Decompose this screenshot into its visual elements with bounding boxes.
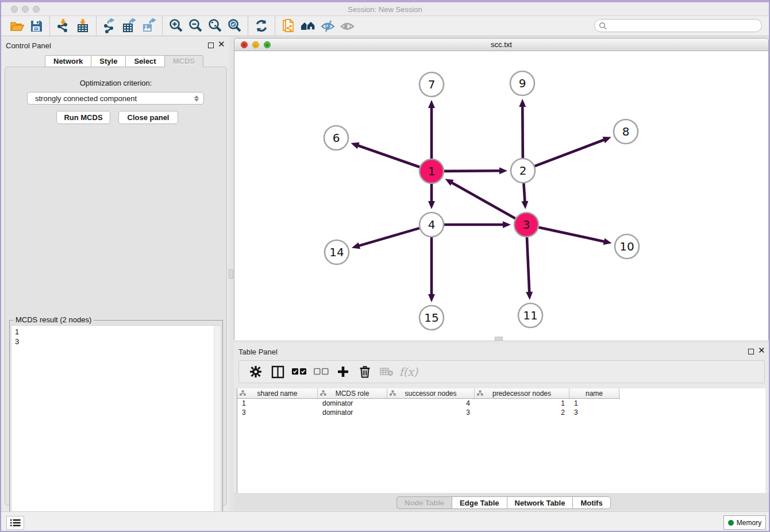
first-neighbors-icon[interactable] — [298, 17, 318, 34]
tab-network-table[interactable]: Network Table — [507, 496, 573, 509]
hide-selected-icon[interactable] — [318, 17, 337, 34]
tab-edge-table[interactable]: Edge Table — [452, 496, 506, 509]
edge-arrowhead — [352, 242, 360, 249]
table-row[interactable]: 3dominator323 — [237, 408, 620, 417]
save-session-icon[interactable] — [26, 17, 46, 34]
float-panel-icon[interactable] — [208, 43, 214, 48]
export-network-icon[interactable] — [100, 17, 120, 34]
close-panel-button[interactable]: Close panel — [118, 111, 178, 124]
edge-2-9[interactable] — [522, 105, 523, 158]
edge-arrowhead — [603, 137, 611, 143]
graph-node-label: 10 — [619, 240, 634, 253]
column-header-name[interactable]: name — [569, 388, 619, 398]
network-window-titlebar[interactable]: ✕ − + scc.txt — [234, 38, 768, 51]
table-cell[interactable]: 3 — [387, 408, 475, 417]
search-icon — [599, 22, 607, 30]
export-table-icon[interactable] — [120, 17, 139, 34]
graph-node-label: 4 — [428, 218, 436, 232]
network-window-title: scc.txt — [234, 40, 768, 49]
edge-arrowhead — [603, 238, 612, 245]
criterion-value: strongly connected component — [35, 94, 194, 103]
float-table-panel-icon[interactable] — [748, 349, 754, 354]
window-frame-top — [0, 0, 770, 2]
network-view-window: ✕ − + scc.txt 7968124314101511 — [234, 38, 769, 340]
window-frame-left — [0, 0, 1, 532]
close-panel-icon[interactable]: ✕ — [218, 39, 225, 49]
result-scrollbar[interactable] — [214, 326, 221, 532]
tab-style[interactable]: Style — [91, 55, 125, 67]
graph-node-label: 6 — [333, 131, 340, 145]
add-column-icon[interactable] — [332, 362, 354, 381]
criterion-dropdown[interactable]: strongly connected component — [27, 92, 204, 105]
zoom-selected-icon[interactable] — [225, 17, 244, 34]
table-cell[interactable]: 3 — [237, 408, 318, 417]
search-input[interactable] — [609, 21, 761, 31]
memory-button[interactable]: Memory — [723, 515, 766, 530]
delete-column-icon[interactable] — [354, 362, 376, 381]
edge-arrowhead — [503, 221, 511, 228]
horizontal-splitter-handle[interactable] — [495, 337, 503, 341]
network-graph[interactable]: 7968124314101511 — [234, 51, 768, 340]
table-row[interactable]: 1dominator411 — [237, 399, 620, 408]
column-header-shared-name[interactable]: shared name — [237, 388, 318, 398]
deselect-all-checkboxes-icon[interactable] — [310, 362, 332, 381]
tab-mcds[interactable]: MCDS — [164, 55, 203, 67]
column-header-successor-nodes[interactable]: successor nodes — [387, 388, 475, 398]
edge-2-3[interactable] — [523, 183, 525, 203]
toolbar-separator — [162, 17, 163, 35]
edge-1-2[interactable] — [444, 171, 501, 171]
tab-node-table[interactable]: Node Table — [396, 496, 452, 509]
search-box[interactable] — [594, 19, 762, 32]
column-header-predecessor-nodes[interactable]: predecessor nodes — [475, 388, 569, 398]
table-cell[interactable]: 2 — [475, 408, 569, 417]
edge-arrowhead — [526, 292, 533, 300]
edge-3-1[interactable] — [451, 182, 515, 219]
main-toolbar — [1, 16, 769, 36]
table-panel: Table Panel ✕ — [234, 342, 769, 510]
table-cell[interactable]: 3 — [569, 408, 619, 417]
graph-node-label: 7 — [428, 78, 436, 91]
import-network-icon[interactable] — [53, 17, 73, 34]
select-all-checkboxes-icon[interactable] — [288, 362, 310, 381]
edge-3-11[interactable] — [527, 237, 529, 294]
mcds-result-area[interactable]: 1 3 — [11, 325, 221, 532]
table-cell[interactable]: dominator — [318, 399, 387, 408]
tab-network[interactable]: Network — [45, 55, 91, 67]
table-cell[interactable]: dominator — [318, 408, 387, 417]
tab-select[interactable]: Select — [125, 55, 164, 67]
graph-node-label: 14 — [329, 245, 344, 259]
edge-2-8[interactable] — [535, 139, 606, 166]
zoom-in-icon[interactable] — [166, 17, 186, 34]
column-header-MCDS-role[interactable]: MCDS role — [318, 388, 387, 398]
dropdown-arrows-icon — [194, 95, 199, 102]
column-selector-icon[interactable] — [267, 362, 288, 381]
zoom-fit-icon[interactable] — [205, 17, 225, 34]
vertical-splitter-handle[interactable] — [229, 269, 233, 279]
edge-arrowhead — [499, 167, 507, 174]
control-panel: Control Panel ✕ Network Style Select MCD… — [1, 36, 229, 511]
apply-layout-icon[interactable] — [252, 17, 271, 34]
edge-arrowhead — [521, 201, 528, 209]
table-cell[interactable]: 1 — [475, 399, 569, 408]
tab-motifs[interactable]: Motifs — [572, 496, 610, 509]
edge-3-10[interactable] — [538, 228, 605, 242]
zoom-out-icon[interactable] — [186, 17, 205, 34]
run-mcds-button[interactable]: Run MCDS — [56, 111, 110, 124]
network-canvas[interactable]: 7968124314101511 — [234, 51, 768, 340]
optimization-criterion-label: Optimization criterion: — [5, 79, 226, 87]
settings-gear-icon[interactable] — [245, 362, 267, 381]
import-table-icon[interactable] — [73, 17, 93, 34]
export-image-icon[interactable] — [139, 17, 159, 34]
table-cell[interactable]: 4 — [387, 399, 475, 408]
status-bar: Memory — [1, 511, 769, 531]
edge-arrowhead — [428, 100, 435, 108]
new-network-from-selection-icon[interactable] — [279, 17, 298, 34]
table-cell[interactable]: 1 — [569, 399, 619, 408]
edge-1-6[interactable] — [357, 145, 419, 167]
edge-4-14[interactable] — [357, 228, 419, 246]
table-cell[interactable]: 1 — [237, 399, 318, 408]
close-table-panel-icon[interactable]: ✕ — [758, 345, 765, 356]
task-history-button[interactable] — [6, 516, 24, 530]
open-session-icon[interactable] — [7, 17, 26, 34]
function-builder-icon: f(x) — [398, 362, 419, 381]
